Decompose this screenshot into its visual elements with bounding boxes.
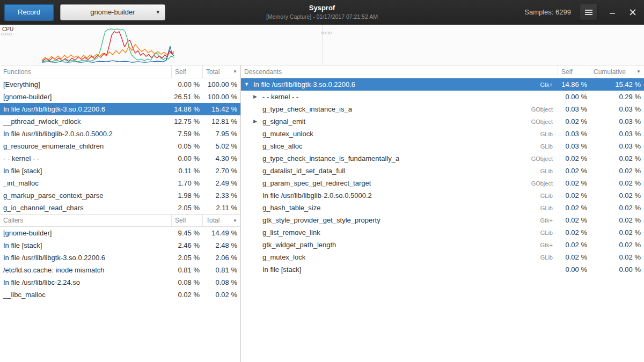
descendant-name-cell: g_slice_allocGLib bbox=[241, 142, 558, 150]
tree-row[interactable]: gtk_widget_path_lengthGtk+0.02 %0.02 % bbox=[241, 239, 644, 251]
process-selector-dropdown[interactable]: gnome-builder ▾ bbox=[60, 4, 165, 20]
sort-indicator-icon: ▼ bbox=[233, 218, 237, 223]
function-name: In file [stack] bbox=[3, 241, 42, 249]
self-value: 0.02 % bbox=[558, 204, 590, 212]
table-row[interactable]: [gnome-builder]26.51 %100.00 % bbox=[0, 91, 240, 103]
self-value: 14.86 % bbox=[558, 80, 590, 88]
column-header-cumulative[interactable]: Cumulative ▼ bbox=[590, 65, 644, 78]
tree-row[interactable]: ▼In file /usr/lib/libgtk-3.so.0.2200.6Gt… bbox=[241, 78, 644, 91]
total-value: 0.81 % bbox=[203, 266, 240, 274]
table-row[interactable]: In file /usr/lib/libgtk-3.so.0.2200.62.0… bbox=[0, 252, 240, 264]
library-tag: GObject bbox=[531, 156, 558, 162]
tree-row[interactable]: g_mutex_lockGLib0.02 %0.02 % bbox=[241, 251, 644, 263]
self-value: 0.81 % bbox=[172, 266, 203, 274]
function-name: [gnome-builder] bbox=[3, 229, 52, 237]
tree-indent bbox=[244, 121, 253, 122]
table-row[interactable]: __pthread_rwlock_rdlock12.75 %12.81 % bbox=[0, 115, 240, 128]
self-value: 0.02 % bbox=[172, 291, 203, 299]
descendant-name-cell: ▶- - kernel - - bbox=[241, 93, 558, 101]
function-name-cell: g_resource_enumerate_children bbox=[0, 142, 172, 150]
library-tag: GLib bbox=[540, 205, 558, 211]
table-row[interactable]: /etc/ld.so.cache: inode mismatch0.81 %0.… bbox=[0, 264, 240, 276]
column-header-total[interactable]: Total ▼ bbox=[203, 215, 240, 226]
expander-open-icon[interactable]: ▼ bbox=[244, 82, 253, 87]
column-header-functions[interactable]: Functions bbox=[0, 65, 172, 78]
tree-indent bbox=[244, 171, 253, 171]
table-row[interactable]: In file /usr/lib/libglib-2.0.so.0.5000.2… bbox=[0, 128, 240, 140]
table-row[interactable]: __libc_malloc0.02 %0.02 % bbox=[0, 289, 240, 301]
function-name: [Everything] bbox=[3, 80, 40, 88]
tree-row[interactable]: g_list_remove_linkGLib0.02 %0.02 % bbox=[241, 226, 644, 239]
library-tag: Gtk+ bbox=[540, 82, 558, 88]
library-tag: GLib bbox=[540, 143, 558, 150]
table-row[interactable]: g_resource_enumerate_children0.05 %5.02 … bbox=[0, 140, 240, 152]
library-tag: GLib bbox=[540, 254, 558, 261]
table-row[interactable]: In file [stack]0.11 %2.70 % bbox=[0, 165, 240, 177]
tree-row[interactable]: In file /usr/lib/libglib-2.0.so.0.5000.2… bbox=[241, 189, 644, 202]
function-name-cell: [Everything] bbox=[0, 80, 172, 88]
tree-indent bbox=[244, 158, 253, 159]
total-value: 12.81 % bbox=[203, 117, 240, 125]
column-header-callers[interactable]: Callers bbox=[0, 215, 172, 226]
table-row[interactable]: [Everything]0.00 %100.00 % bbox=[0, 78, 240, 91]
table-row[interactable]: In file /usr/lib/libc-2.24.so0.08 %0.08 … bbox=[0, 276, 240, 289]
self-value: 0.00 % bbox=[558, 265, 590, 274]
descendant-name-cell: In file [stack] bbox=[241, 265, 558, 274]
column-header-descendants[interactable]: Descendants bbox=[241, 65, 558, 78]
function-name: In file [stack] bbox=[3, 167, 42, 175]
cumulative-value: 0.02 % bbox=[590, 179, 644, 187]
function-name: /etc/ld.so.cache: inode mismatch bbox=[3, 266, 105, 274]
tree-row[interactable]: g_slice_allocGLib0.03 %0.03 % bbox=[241, 140, 644, 152]
record-button[interactable]: Record bbox=[4, 4, 54, 20]
function-name: g_io_channel_read_chars bbox=[3, 204, 84, 212]
column-header-self[interactable]: Self bbox=[172, 65, 203, 78]
tree-row[interactable]: g_type_check_instance_is_aGObject0.03 %0… bbox=[241, 103, 644, 115]
tree-row[interactable]: g_param_spec_get_redirect_targetGObject0… bbox=[241, 177, 644, 189]
tree-indent bbox=[244, 195, 253, 196]
table-row[interactable]: - - kernel - -0.00 %4.30 % bbox=[0, 152, 240, 165]
close-button[interactable]: × bbox=[626, 4, 640, 21]
cumulative-value: 0.03 % bbox=[590, 105, 644, 113]
function-name: g_signal_emit bbox=[262, 117, 305, 125]
table-row[interactable]: g_io_channel_read_chars2.05 %2.11 % bbox=[0, 202, 240, 214]
menu-button[interactable] bbox=[580, 4, 598, 21]
function-name: In file /usr/lib/libgtk-3.so.0.2200.6 bbox=[3, 105, 105, 113]
function-name-cell: In file /usr/lib/libglib-2.0.so.0.5000.2 bbox=[0, 130, 172, 138]
library-tag: Gtk+ bbox=[540, 217, 558, 224]
expander-closed-icon[interactable]: ▶ bbox=[253, 119, 262, 124]
cpu-timeline-graph[interactable]: CPU 00:00 00:30 bbox=[0, 25, 644, 65]
tree-row[interactable]: g_hash_table_sizeGLib0.02 %0.02 % bbox=[241, 202, 644, 214]
function-name-cell: [gnome-builder] bbox=[0, 93, 172, 101]
self-value: 0.03 % bbox=[558, 105, 590, 113]
tree-row[interactable]: In file [stack]0.00 %0.00 % bbox=[241, 263, 644, 276]
tree-row[interactable]: g_datalist_id_set_data_fullGLib0.02 %0.0… bbox=[241, 165, 644, 177]
tree-row[interactable]: g_mutex_unlockGLib0.03 %0.03 % bbox=[241, 128, 644, 140]
hamburger-icon bbox=[585, 12, 592, 13]
column-header-total[interactable]: Total ▼ bbox=[203, 65, 240, 78]
self-value: 0.02 % bbox=[558, 216, 590, 224]
function-name: g_param_spec_get_redirect_target bbox=[262, 179, 371, 187]
table-row[interactable]: [gnome-builder]9.45 %14.49 % bbox=[0, 227, 240, 239]
library-tag: GLib bbox=[540, 193, 558, 199]
function-name-cell: In file /usr/lib/libgtk-3.so.0.2200.6 bbox=[0, 254, 172, 262]
tree-row[interactable]: ▶g_signal_emitGObject0.02 %0.03 % bbox=[241, 115, 644, 128]
tree-row[interactable]: gtk_style_provider_get_style_propertyGtk… bbox=[241, 214, 644, 226]
sort-indicator-icon: ▼ bbox=[233, 69, 237, 74]
table-row[interactable]: g_markup_parse_context_parse1.98 %2.33 % bbox=[0, 189, 240, 202]
minimize-button[interactable] bbox=[605, 4, 619, 21]
function-name-cell: __libc_malloc bbox=[0, 291, 172, 299]
left-pane: Functions Self Total ▼ [Everything]0.00 … bbox=[0, 65, 241, 362]
table-row[interactable]: _int_malloc1.70 %2.49 % bbox=[0, 177, 240, 189]
table-row[interactable]: In file /usr/lib/libgtk-3.so.0.2200.614.… bbox=[0, 103, 240, 115]
total-value: 2.70 % bbox=[203, 167, 240, 175]
function-name: g_slice_alloc bbox=[262, 142, 302, 150]
tree-row[interactable]: ▶- - kernel - -0.00 %0.29 % bbox=[241, 91, 644, 103]
profile-panes: Functions Self Total ▼ [Everything]0.00 … bbox=[0, 65, 644, 362]
tree-row[interactable]: g_type_check_instance_is_fundamentally_a… bbox=[241, 152, 644, 165]
function-name-cell: In file [stack] bbox=[0, 167, 172, 175]
expander-closed-icon[interactable]: ▶ bbox=[253, 94, 262, 99]
table-row[interactable]: In file [stack]2.46 %2.48 % bbox=[0, 239, 240, 252]
column-header-self[interactable]: Self bbox=[172, 215, 203, 226]
column-header-self[interactable]: Self bbox=[558, 65, 590, 78]
total-value: 2.49 % bbox=[203, 179, 240, 187]
